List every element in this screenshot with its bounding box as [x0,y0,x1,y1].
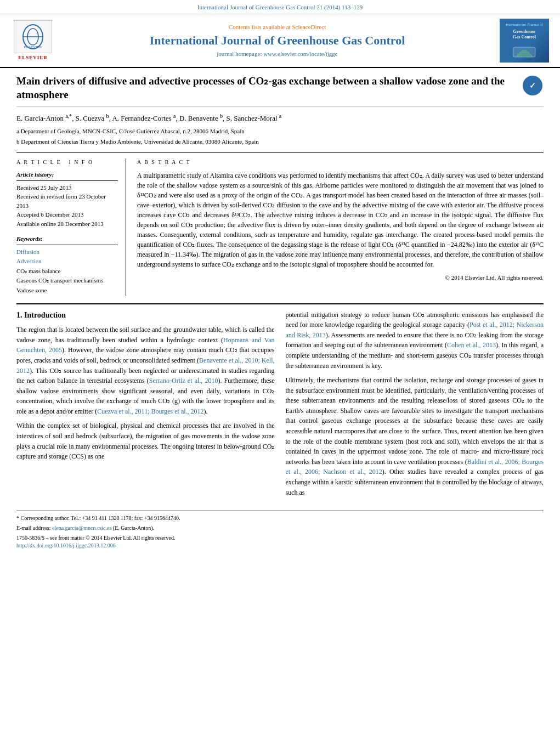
article-history: Article history: Received 25 July 2013 R… [16,171,118,228]
affiliations: a Department of Geología, MNCN-CSIC, C/J… [16,127,544,146]
article-info-label: A R T I C L E I N F O [16,159,118,166]
body-section: 1. Introduction The region that is locat… [16,303,544,502]
author-email[interactable]: elena.garcia@mncn.csic.es [52,525,111,531]
body-para-4: Ultimately, the mechanisms that control … [286,375,544,497]
author-benavente: D. Benavente b [179,114,223,122]
received-date: Received 25 July 2013 [16,183,118,193]
available-date: Available online 28 December 2013 [16,219,118,229]
journal-title: International Journal of Greenhouse Gas … [60,33,494,48]
article-title-section: Main drivers of diffusive and advective … [16,75,544,106]
elsevier-wordmark: ELSEVIER [18,54,48,61]
keyword-advection: Advection [16,257,118,267]
author-fernandez: A. Fernandez-Cortes a [112,114,176,122]
article-info-abstract: A R T I C L E I N F O Article history: R… [16,152,544,295]
greenhouse-logo-text: GreenhouseGas Control [513,29,536,41]
body-right-col: potential mitigation strategy to reduce … [286,310,544,502]
homepage-url[interactable]: www.elsevier.com/locate/ijggc [263,50,338,57]
issn-line: 1750-5836/$ – see front matter © 2014 El… [16,534,544,542]
body-two-col: 1. Introduction The region that is locat… [16,310,544,502]
keywords-label: Keywords: [16,235,118,245]
ref-serrano[interactable]: Serrano-Ortiz et al., 2010 [149,377,218,384]
elsevier-logo-image: ELSEVIER [14,20,52,53]
author-sanchez: S. Sanchez-Moral a [226,114,281,122]
doi-link[interactable]: http://dx.doi.org/10.1016/j.ijggc.2013.1… [16,542,544,550]
ref-cohen[interactable]: Cohen et al., 2013 [447,341,496,349]
body-para-2: Within the complex set of biological, ph… [16,421,275,461]
svg-text:ELSEVIER: ELSEVIER [24,45,42,49]
svg-text:✓: ✓ [529,82,536,90]
ref-hopmans[interactable]: Hopmans and Van Genuchten, 2005 [16,336,274,354]
keywords-block: Keywords: Diffusion Advection CO₂ mass b… [16,235,118,295]
history-label: Article history: [16,171,118,180]
email-note: E-mail address: elena.garcia@mncn.csic.e… [16,524,544,532]
left-column: A R T I C L E I N F O Article history: R… [16,159,126,295]
ref-post[interactable]: Post et al., 2012; Nickerson and Risk, 2… [286,321,544,339]
sciencedirect-link: Contents lists available at ScienceDirec… [60,23,494,31]
keyword-gaseous: Gaseous CO₂ transport mechanisms [16,276,118,286]
corresponding-note: * Corresponding author. Tel.: +34 91 411… [16,514,544,522]
ref-benavente[interactable]: Benavente et al., 2010; Kell, 2012 [16,357,275,375]
elsevier-logo: ELSEVIER ELSEVIER [11,20,55,61]
citation-text: International Journal of Greenhouse Gas … [197,4,363,10]
section1-heading: 1. Introduction [16,310,275,321]
keyword-diffusion: Diffusion [16,247,118,257]
greenhouse-logo: International Journal of GreenhouseGas C… [500,19,549,63]
main-content: Main drivers of diffusive and advective … [0,68,560,556]
body-para-3: potential mitigation strategy to reduce … [286,310,544,371]
journal-homepage: journal homepage: www.elsevier.com/locat… [60,50,494,58]
keyword-co2: CO₂ mass balance [16,267,118,276]
revised-date: Received in revised form 23 October 2013 [16,192,118,210]
affiliation-b: b Department of Ciencias Tierra y Medio … [16,137,544,146]
page-footer: * Corresponding author. Tel.: +34 91 411… [16,511,544,550]
header-center: Contents lists available at ScienceDirec… [55,23,500,58]
affiliation-a: a Department of Geología, MNCN-CSIC, C/J… [16,127,544,136]
body-para-1: The region that is located between the s… [16,325,275,416]
copyright: © 2014 Elsevier Ltd. All rights reserved… [137,274,544,282]
author-cuezva: S. Cuezva b [76,114,109,122]
crossmark-icon[interactable]: ✓ [522,75,544,97]
abstract-label: A B S T R A C T [137,159,544,166]
accepted-date: Accepted 6 December 2013 [16,210,118,219]
right-column: A B S T R A C T A multiparametric study … [137,159,544,295]
top-citation-bar: International Journal of Greenhouse Gas … [0,0,560,14]
ref-cuezva[interactable]: Cuezva et al., 2011; Bourges et al., 201… [97,408,203,415]
authors-line: E. Garcia-Anton a,*, S. Cuezva b, A. Fer… [16,112,544,124]
ref-baldini[interactable]: Baldini et al., 2006; Bourges et al., 20… [286,458,544,476]
author-garcia: E. Garcia-Anton a,* [16,114,72,122]
keyword-vadose: Vadose zone [16,286,118,296]
crossmark-circle: ✓ [523,76,542,95]
article-title: Main drivers of diffusive and advective … [16,75,516,101]
sciencedirect-name[interactable]: ScienceDirect [292,24,326,30]
abstract-text: A multiparametric study of Altamira cave… [137,171,544,269]
body-left-col: 1. Introduction The region that is locat… [16,310,275,502]
journal-header: ELSEVIER ELSEVIER Contents lists availab… [0,14,560,68]
